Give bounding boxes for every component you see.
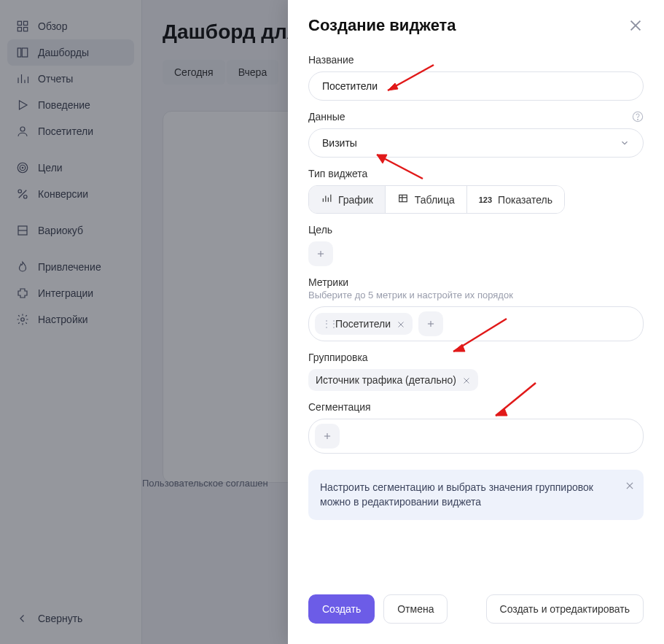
label-grouping: Группировка bbox=[308, 352, 644, 363]
cancel-button[interactable]: Отмена bbox=[383, 594, 448, 624]
help-icon[interactable] bbox=[632, 111, 644, 123]
chevron-down-icon bbox=[620, 138, 630, 148]
modal-footer: Создать Отмена Создать и отредактировать bbox=[288, 578, 664, 644]
create-and-edit-button[interactable]: Создать и отредактировать bbox=[486, 594, 644, 624]
metrics-hint: Выберите до 5 метрик и настройте их поря… bbox=[308, 290, 644, 300]
add-metric-button[interactable] bbox=[418, 311, 443, 336]
label-goal: Цель bbox=[308, 224, 644, 236]
bars-icon bbox=[321, 193, 332, 206]
remove-metric-icon[interactable] bbox=[397, 319, 405, 328]
data-select-value: Визиты bbox=[322, 137, 357, 149]
close-icon[interactable] bbox=[628, 18, 644, 34]
metric-chip[interactable]: ⋮⋮ Посетители bbox=[315, 313, 413, 335]
add-segmentation-button[interactable] bbox=[315, 424, 340, 449]
grouping-chip[interactable]: Источник трафика (детально) bbox=[308, 369, 478, 391]
close-info-icon[interactable] bbox=[625, 480, 635, 490]
info-banner: Настроить сегментацию и выбрать значения… bbox=[308, 470, 644, 520]
number-icon: 123 bbox=[479, 195, 492, 204]
type-metric[interactable]: 123 Показатель bbox=[467, 186, 564, 213]
metric-chip-label: Посетители bbox=[335, 318, 391, 330]
drag-handle-icon[interactable]: ⋮⋮ bbox=[322, 319, 329, 329]
grouping-chip-label: Источник трафика (детально) bbox=[316, 374, 456, 386]
segmentation-row bbox=[308, 419, 644, 454]
label-widget-type: Тип виджета bbox=[308, 168, 644, 179]
label-metrics: Метрики bbox=[308, 276, 644, 288]
create-widget-modal: Создание виджета Название Данные Визиты … bbox=[288, 0, 664, 644]
add-goal-button[interactable] bbox=[308, 241, 333, 266]
remove-grouping-icon[interactable] bbox=[462, 376, 471, 384]
create-button[interactable]: Создать bbox=[308, 594, 375, 624]
type-table[interactable]: Таблица bbox=[386, 186, 467, 213]
type-chart[interactable]: График bbox=[309, 186, 386, 213]
info-text: Настроить сегментацию и выбрать значения… bbox=[320, 481, 593, 508]
widget-type-segmented: График Таблица 123 Показатель bbox=[308, 185, 565, 214]
label-name: Название bbox=[308, 54, 644, 66]
svg-point-20 bbox=[637, 119, 638, 120]
widget-name-input[interactable] bbox=[308, 71, 644, 101]
table-icon bbox=[397, 193, 409, 206]
label-segmentation: Сегментация bbox=[308, 401, 644, 413]
svg-rect-25 bbox=[399, 195, 407, 201]
data-select[interactable]: Визиты bbox=[308, 128, 644, 158]
modal-title: Создание виджета bbox=[308, 16, 456, 35]
label-data: Данные bbox=[308, 111, 644, 123]
metrics-row: ⋮⋮ Посетители bbox=[308, 306, 644, 341]
